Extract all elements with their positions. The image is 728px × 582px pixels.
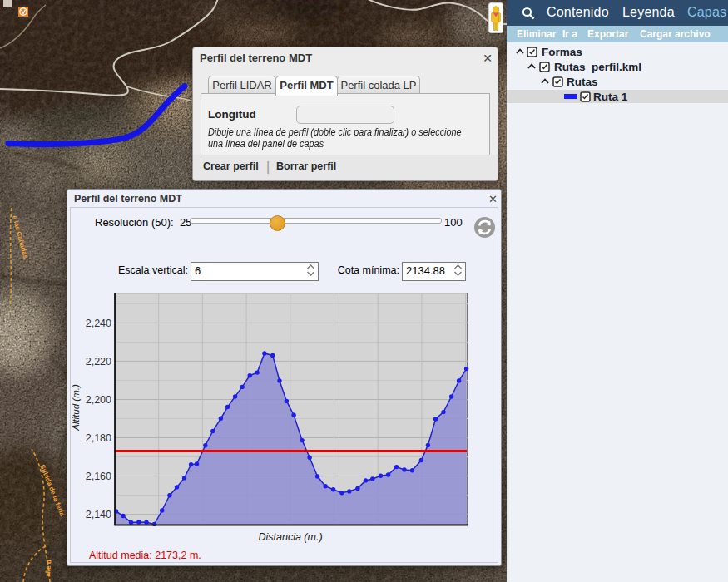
svg-text:alle d: alle d bbox=[44, 560, 53, 577]
